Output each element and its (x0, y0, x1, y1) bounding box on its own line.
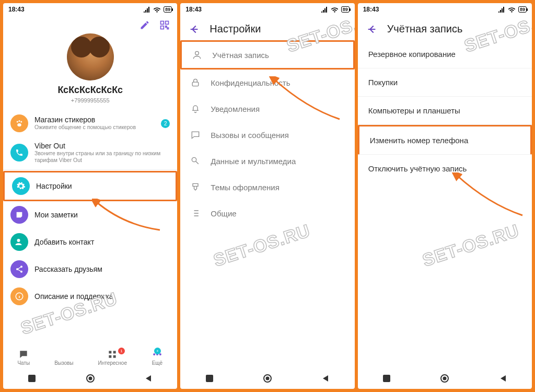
settings-row[interactable]: Данные и мультимедиа (180, 148, 354, 174)
list-icon (190, 208, 201, 218)
account-row-label: Отключить учётную запись (368, 164, 467, 173)
account-row[interactable]: Резервное копирование (358, 40, 532, 68)
wifi-icon (331, 7, 339, 13)
avatar[interactable] (67, 33, 114, 80)
qr-icon[interactable] (159, 20, 170, 30)
status-bar: 18:43 89 (180, 3, 354, 16)
message-icon (190, 130, 201, 140)
settings-row[interactable]: Учётная запись (180, 40, 354, 70)
tab-badge: 1 (118, 348, 125, 354)
menu-item-label: Мои заметки (34, 211, 170, 219)
account-row[interactable]: Изменить номер телефона (358, 125, 532, 155)
account-row[interactable]: Компьютеры и планшеты (358, 97, 532, 125)
nav-recent-icon[interactable] (205, 374, 214, 383)
svg-point-23 (88, 377, 92, 381)
tab-Вызовы[interactable]: Вызовы (54, 349, 73, 366)
nav-back-icon[interactable] (321, 374, 330, 383)
tab-label: Ещё (152, 360, 162, 366)
gear-icon (12, 177, 30, 195)
svg-point-24 (195, 51, 199, 55)
battery-indicator: 89 (518, 6, 527, 13)
battery-indicator: 89 (164, 6, 172, 13)
nav-back-icon[interactable] (144, 374, 153, 383)
settings-row[interactable]: Вызовы и сообщения (180, 122, 354, 148)
settings-row-label: Учётная запись (212, 51, 269, 60)
svg-point-5 (17, 121, 18, 123)
tab-Ещё[interactable]: Ещё + (152, 349, 163, 366)
paw-icon (10, 114, 28, 132)
phone-screen-settings: 18:43 89 Настройки Учётная запись Конфид… (180, 3, 354, 389)
nav-home-icon[interactable] (263, 374, 272, 383)
status-time: 18:43 (363, 6, 379, 13)
settings-row-label: Данные и мультимедиа (211, 157, 296, 166)
svg-rect-3 (166, 26, 167, 28)
menu-item[interactable]: Viber Out Звоните внутри страны или за г… (3, 137, 177, 168)
header-title: Учётная запись (387, 23, 463, 35)
share-icon (10, 260, 28, 278)
add-contact-icon (10, 233, 28, 251)
settings-row-label: Темы оформления (211, 183, 279, 192)
wifi-icon (153, 7, 161, 13)
settings-row[interactable]: Темы оформления (180, 174, 354, 200)
tab-Чаты[interactable]: Чаты (17, 349, 30, 366)
status-time: 18:43 (185, 6, 202, 13)
settings-row[interactable]: Уведомления (180, 96, 354, 122)
svg-rect-30 (383, 375, 390, 382)
settings-row-label: Уведомления (211, 105, 260, 113)
menu-item[interactable]: Описание и поддержка (3, 283, 177, 310)
svg-rect-1 (166, 21, 169, 25)
chat-icon (18, 349, 29, 360)
badge: 2 (161, 119, 170, 128)
svg-rect-21 (28, 375, 36, 382)
phone-icon (60, 349, 68, 360)
menu-item-sub: Звоните внутри страны или за границу по … (34, 150, 170, 164)
back-icon[interactable] (189, 24, 200, 35)
nav-recent-icon[interactable] (28, 374, 36, 383)
account-row-label: Покупки (368, 78, 398, 87)
svg-point-32 (443, 377, 447, 381)
settings-row[interactable]: Общие (180, 200, 354, 226)
svg-rect-15 (113, 351, 116, 353)
tab-badge: + (154, 348, 161, 354)
brush-icon (190, 182, 201, 192)
menu-item[interactable]: Мои заметки (3, 201, 177, 228)
user-name: КсКсКсКсКсКс (3, 85, 177, 96)
svg-point-6 (19, 120, 20, 122)
nav-home-icon[interactable] (86, 374, 95, 383)
menu-item-label: Магазин стикеров (34, 116, 155, 124)
svg-point-9 (17, 239, 20, 242)
phone-icon (10, 144, 28, 162)
menu-item-label: Описание и поддержка (34, 292, 170, 301)
svg-point-8 (17, 123, 21, 126)
menu-item[interactable]: Рассказать друзьям (3, 256, 177, 283)
account-row-label: Резервное копирование (368, 50, 456, 59)
back-icon[interactable] (366, 24, 378, 35)
menu-item[interactable]: Добавить контакт (3, 228, 177, 256)
user-phone: +79999955555 (3, 97, 177, 103)
nav-home-icon[interactable] (440, 374, 449, 383)
tab-Интересное[interactable]: Интересное 1 (98, 349, 127, 366)
settings-row-label: Конфиденциальность (211, 78, 290, 87)
bottom-tabs: Чаты Вызовы Интересное 1 Ещё + (3, 345, 177, 368)
phone-screen-more: 18:43 89 КсКсКсКсКсКс +79999955555 Магаз… (3, 3, 177, 389)
account-row[interactable]: Отключить учётную запись (358, 155, 532, 182)
android-navbar (358, 368, 532, 389)
svg-rect-17 (113, 355, 116, 358)
svg-rect-27 (206, 375, 213, 382)
grid-icon (107, 349, 118, 360)
edit-icon[interactable] (139, 20, 150, 30)
menu-item[interactable]: Настройки (3, 171, 177, 201)
settings-row[interactable]: Конфиденциальность (180, 70, 354, 96)
status-bar: 18:43 89 (3, 3, 177, 16)
menu-item[interactable]: Магазин стикеров Оживите общение с помощ… (3, 110, 177, 137)
svg-rect-0 (161, 21, 164, 25)
svg-point-29 (265, 377, 269, 381)
nav-recent-icon[interactable] (382, 374, 391, 383)
menu-item-label: Настройки (36, 182, 168, 190)
header-title: Настройки (210, 23, 261, 35)
account-row[interactable]: Покупки (358, 68, 532, 97)
nav-back-icon[interactable] (499, 374, 507, 383)
account-row-label: Изменить номер телефона (370, 136, 469, 145)
svg-rect-16 (109, 355, 112, 358)
battery-indicator: 89 (341, 6, 350, 13)
